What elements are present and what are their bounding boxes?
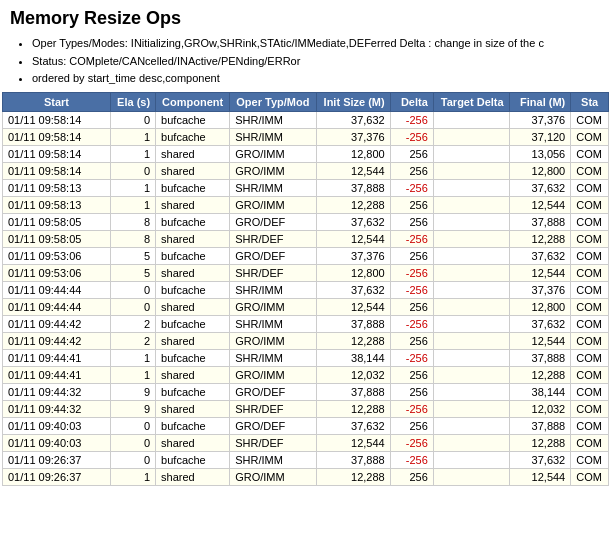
table-row: 01/11 09:44:329sharedSHR/DEF12,288-25612… xyxy=(3,400,609,417)
table-row: 01/11 09:58:058bufcacheGRO/DEF37,6322563… xyxy=(3,213,609,230)
table-row: 01/11 09:53:065sharedSHR/DEF12,800-25612… xyxy=(3,264,609,281)
table-cell: 37,632 xyxy=(509,451,571,468)
table-cell: GRO/IMM xyxy=(230,468,316,485)
table-cell xyxy=(433,196,509,213)
table-cell: bufcache xyxy=(156,417,230,434)
table-cell: bufcache xyxy=(156,315,230,332)
table-row: 01/11 09:58:141bufcacheSHR/IMM37,376-256… xyxy=(3,128,609,145)
table-header-row: Start Ela (s) Component Oper Typ/Mod Ini… xyxy=(3,92,609,111)
table-cell: COM xyxy=(571,417,609,434)
table-cell: 12,288 xyxy=(509,366,571,383)
table-cell: 37,632 xyxy=(509,315,571,332)
table-row: 01/11 09:26:371sharedGRO/IMM12,28825612,… xyxy=(3,468,609,485)
table-cell: COM xyxy=(571,383,609,400)
table-cell xyxy=(433,298,509,315)
table-cell: 256 xyxy=(390,383,433,400)
table-cell: 12,800 xyxy=(509,298,571,315)
table-cell: 8 xyxy=(110,230,155,247)
table-cell: 37,632 xyxy=(316,213,390,230)
table-cell: 12,800 xyxy=(316,264,390,281)
table-cell: 0 xyxy=(110,162,155,179)
table-cell: 01/11 09:26:37 xyxy=(3,451,111,468)
table-cell: -256 xyxy=(390,264,433,281)
table-cell: 01/11 09:26:37 xyxy=(3,468,111,485)
meta-item-1: Status: COMplete/CANcelled/INActive/PENd… xyxy=(32,53,601,71)
table-cell: 37,376 xyxy=(509,281,571,298)
table-cell: COM xyxy=(571,128,609,145)
table-cell: 256 xyxy=(390,162,433,179)
table-cell xyxy=(433,162,509,179)
table-cell xyxy=(433,332,509,349)
table-cell: -256 xyxy=(390,315,433,332)
table-cell: 37,120 xyxy=(509,128,571,145)
table-cell: 12,800 xyxy=(316,145,390,162)
table-cell: 12,544 xyxy=(316,298,390,315)
table-cell: 12,288 xyxy=(316,332,390,349)
table-cell: 37,376 xyxy=(316,247,390,264)
th-start: Start xyxy=(3,92,111,111)
table-row: 01/11 09:58:131bufcacheSHR/IMM37,888-256… xyxy=(3,179,609,196)
table-cell: COM xyxy=(571,196,609,213)
table-cell: bufcache xyxy=(156,281,230,298)
table-cell: 12,544 xyxy=(509,196,571,213)
table-cell: GRO/DEF xyxy=(230,383,316,400)
table-cell: GRO/IMM xyxy=(230,145,316,162)
table-cell: COM xyxy=(571,468,609,485)
table-cell: 01/11 09:44:41 xyxy=(3,349,111,366)
table-cell: 37,632 xyxy=(316,417,390,434)
table-cell: COM xyxy=(571,213,609,230)
table-cell xyxy=(433,451,509,468)
table-cell: shared xyxy=(156,162,230,179)
table-cell: 0 xyxy=(110,451,155,468)
table-row: 01/11 09:44:440bufcacheSHR/IMM37,632-256… xyxy=(3,281,609,298)
table-cell: COM xyxy=(571,332,609,349)
table-cell: -256 xyxy=(390,128,433,145)
table-cell: 12,288 xyxy=(509,434,571,451)
table-row: 01/11 09:58:140sharedGRO/IMM12,54425612,… xyxy=(3,162,609,179)
table-cell: 01/11 09:58:13 xyxy=(3,179,111,196)
table-cell: 0 xyxy=(110,298,155,315)
table-cell: SHR/DEF xyxy=(230,400,316,417)
table-cell: COM xyxy=(571,349,609,366)
table-cell: 5 xyxy=(110,264,155,281)
table-cell: bufcache xyxy=(156,383,230,400)
table-cell xyxy=(433,111,509,128)
table-cell: 37,632 xyxy=(509,247,571,264)
table-cell: 0 xyxy=(110,417,155,434)
table-cell: 0 xyxy=(110,281,155,298)
table-cell: -256 xyxy=(390,349,433,366)
th-component: Component xyxy=(156,92,230,111)
table-cell xyxy=(433,179,509,196)
table-cell: bufcache xyxy=(156,111,230,128)
table-row: 01/11 09:58:058sharedSHR/DEF12,544-25612… xyxy=(3,230,609,247)
table-cell: 38,144 xyxy=(316,349,390,366)
table-cell: 01/11 09:44:32 xyxy=(3,383,111,400)
table-cell: 256 xyxy=(390,468,433,485)
table-cell: 8 xyxy=(110,213,155,230)
table-cell: 12,288 xyxy=(316,468,390,485)
table-cell: 1 xyxy=(110,196,155,213)
table-cell: 37,376 xyxy=(316,128,390,145)
table-cell: 01/11 09:44:41 xyxy=(3,366,111,383)
table-cell: COM xyxy=(571,145,609,162)
table-cell: 01/11 09:58:14 xyxy=(3,145,111,162)
table-cell xyxy=(433,213,509,230)
meta-list: Oper Types/Modes: INitializing,GROw,SHRi… xyxy=(10,35,601,88)
table-cell xyxy=(433,468,509,485)
table-cell: 12,544 xyxy=(509,468,571,485)
table-row: 01/11 09:44:329bufcacheGRO/DEF37,8882563… xyxy=(3,383,609,400)
table-cell: COM xyxy=(571,434,609,451)
table-cell: shared xyxy=(156,264,230,281)
table-cell xyxy=(433,247,509,264)
table-cell: bufcache xyxy=(156,213,230,230)
table-cell: 1 xyxy=(110,128,155,145)
table-row: 01/11 09:40:030sharedSHR/DEF12,544-25612… xyxy=(3,434,609,451)
table-cell: 256 xyxy=(390,417,433,434)
table-cell: 1 xyxy=(110,179,155,196)
table-cell: 12,544 xyxy=(316,162,390,179)
table-cell: GRO/IMM xyxy=(230,162,316,179)
table-cell xyxy=(433,264,509,281)
table-cell: 256 xyxy=(390,298,433,315)
table-cell: 12,288 xyxy=(316,400,390,417)
table-cell: SHR/IMM xyxy=(230,111,316,128)
